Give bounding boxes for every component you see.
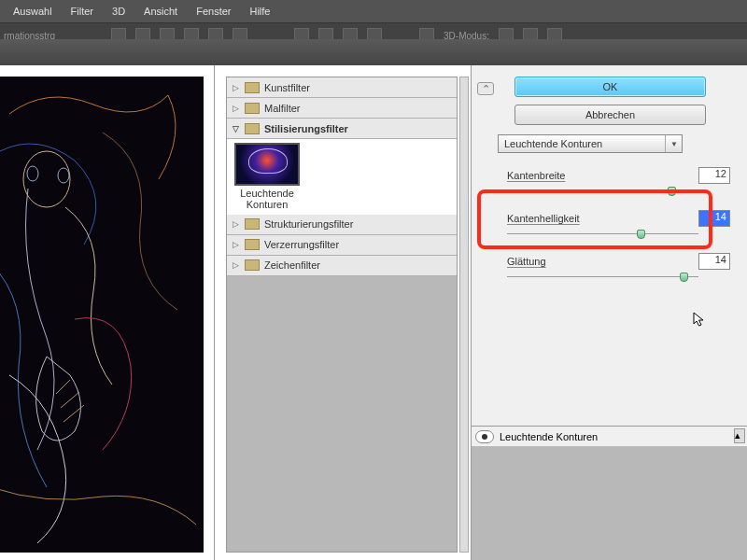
menubar: Auswahl Filter 3D Ansicht Fenster Hilfe bbox=[0, 0, 747, 22]
dialog-titlebar[interactable] bbox=[0, 39, 747, 65]
param-kantenhelligkeit-slider[interactable] bbox=[507, 230, 698, 239]
tree-label: Malfilter bbox=[264, 103, 301, 114]
menu-hilfe[interactable]: Hilfe bbox=[240, 2, 279, 21]
eye-icon[interactable] bbox=[475, 430, 494, 443]
tree-label: Strukturierungsfilter bbox=[264, 218, 353, 230]
chevron-right-icon: ▷ bbox=[231, 260, 240, 270]
tree-item-strukturierungsfilter[interactable]: ▷ Strukturierungsfilter bbox=[227, 215, 457, 235]
folder-icon bbox=[245, 218, 260, 230]
tree-item-verzerrungsfilter[interactable]: ▷ Verzerrungsfilter bbox=[227, 235, 457, 256]
folder-icon bbox=[245, 103, 260, 114]
param-glaettung: Glättung 14 bbox=[507, 252, 730, 271]
tree-item-malfilter[interactable]: ▷ Malfilter bbox=[227, 98, 457, 119]
effects-panel: Leuchtende Konturen ▴ bbox=[472, 426, 747, 560]
chevron-right-icon: ▷ bbox=[231, 240, 240, 249]
chevron-up-icon: ⌃ bbox=[482, 83, 490, 94]
param-kantenbreite: Kantenbreite 12 bbox=[507, 166, 730, 185]
ok-button[interactable]: OK bbox=[514, 77, 706, 97]
menu-fenster[interactable]: Fenster bbox=[187, 2, 240, 21]
tree-label: Kunstfilter bbox=[264, 82, 310, 93]
param-kantenhelligkeit: Kantenhelligkeit 14 bbox=[507, 209, 730, 228]
filter-preview[interactable] bbox=[0, 77, 204, 553]
tree-label: Zeichenfilter bbox=[264, 259, 320, 271]
effect-name: Leuchtende Konturen bbox=[500, 431, 598, 442]
chevron-down-icon: ▼ bbox=[665, 135, 678, 152]
filter-gallery-dialog: ▷ Kunstfilter ▷ Malfilter ▽ Stilisierung… bbox=[0, 39, 747, 560]
filter-thumb-leuchtende-konturen[interactable]: LeuchtendeKonturen bbox=[231, 143, 303, 211]
effects-scroll-up[interactable]: ▴ bbox=[734, 428, 745, 443]
param-kantenhelligkeit-input[interactable]: 14 bbox=[698, 210, 730, 227]
slider-track bbox=[507, 233, 698, 234]
param-kantenbreite-input[interactable]: 12 bbox=[698, 167, 730, 184]
tree-label: Verzerrungsfilter bbox=[264, 239, 339, 250]
slider-track bbox=[507, 276, 698, 277]
filter-tree: ▷ Kunstfilter ▷ Malfilter ▽ Stilisierung… bbox=[226, 77, 458, 553]
menu-auswahl[interactable]: Auswahl bbox=[4, 2, 62, 21]
folder-icon bbox=[245, 259, 260, 271]
tree-item-kunstfilter[interactable]: ▷ Kunstfilter bbox=[227, 77, 457, 98]
menu-ansicht[interactable]: Ansicht bbox=[134, 2, 187, 21]
cancel-button[interactable]: Abbrechen bbox=[514, 105, 706, 125]
select-value: Leuchtende Konturen bbox=[504, 138, 602, 149]
slider-thumb[interactable] bbox=[668, 187, 676, 196]
param-label: Glättung bbox=[507, 256, 698, 267]
chevron-right-icon: ▷ bbox=[231, 104, 240, 113]
param-glaettung-slider[interactable] bbox=[507, 273, 698, 282]
tree-item-stilisierungsfilter[interactable]: ▽ Stilisierungsfilter bbox=[227, 119, 457, 139]
param-kantenbreite-slider[interactable] bbox=[507, 187, 698, 196]
effects-body bbox=[472, 447, 747, 560]
filter-select[interactable]: Leuchtende Konturen ▼ bbox=[498, 134, 683, 153]
tree-label: Stilisierungsfilter bbox=[264, 123, 348, 134]
slider-thumb[interactable] bbox=[680, 273, 688, 282]
chevron-right-icon: ▷ bbox=[231, 219, 240, 229]
slider-thumb[interactable] bbox=[637, 230, 645, 239]
param-label: Kantenbreite bbox=[507, 170, 698, 181]
filter-tree-column: ▷ Kunstfilter ▷ Malfilter ▽ Stilisierung… bbox=[215, 65, 472, 560]
folder-icon bbox=[245, 82, 260, 93]
folder-icon bbox=[245, 239, 260, 250]
chevron-right-icon: ▷ bbox=[231, 83, 240, 92]
tree-scrollbar[interactable] bbox=[459, 77, 469, 553]
menu-filter[interactable]: Filter bbox=[62, 2, 103, 21]
preview-column bbox=[0, 65, 215, 560]
param-label: Kantenhelligkeit bbox=[507, 213, 698, 224]
thumbnail-label: LeuchtendeKonturen bbox=[231, 188, 303, 211]
thumbnail-area: LeuchtendeKonturen bbox=[227, 139, 457, 215]
thumbnail-image bbox=[234, 143, 300, 186]
chevron-down-icon: ▽ bbox=[231, 124, 240, 133]
effects-header[interactable]: Leuchtende Konturen ▴ bbox=[472, 427, 747, 447]
tree-item-zeichenfilter[interactable]: ▷ Zeichenfilter bbox=[227, 256, 457, 276]
folder-icon bbox=[245, 123, 260, 134]
menu-3d[interactable]: 3D bbox=[103, 2, 134, 21]
controls-column: ⌃ OK Abbrechen Leuchtende Konturen ▼ Kan… bbox=[472, 65, 747, 560]
param-glaettung-input[interactable]: 14 bbox=[698, 253, 730, 270]
mouse-cursor-icon bbox=[693, 312, 706, 329]
collapse-button[interactable]: ⌃ bbox=[477, 82, 494, 95]
